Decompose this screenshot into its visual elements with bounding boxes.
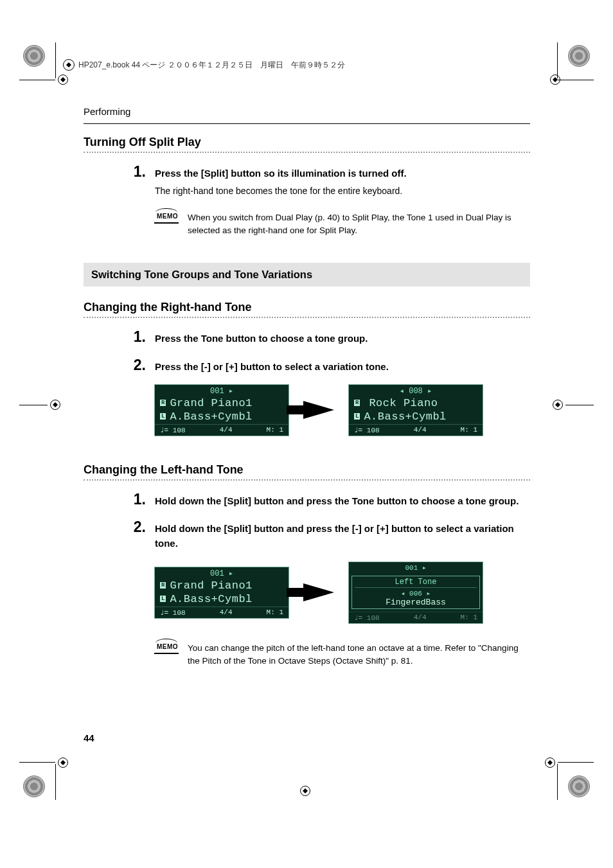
page-number: 44 — [84, 732, 94, 743]
lcd-popup: Left Tone ◂ 006 ▸ FingeredBass — [351, 576, 480, 609]
lcd-timesig: 4/4 — [414, 426, 427, 434]
step-item: 1. Press the [Split] button so its illum… — [132, 164, 530, 199]
arrow-right-icon — [303, 401, 334, 419]
dotted-divider — [84, 317, 530, 318]
memo-text: You can change the pitch of the left-han… — [188, 642, 530, 668]
crop-line — [557, 764, 558, 800]
step-text: Press the Tone button to choose a tone g… — [155, 331, 368, 346]
crop-line — [55, 42, 56, 78]
lcd-selector: 001 ▸ — [349, 562, 483, 573]
memo-text: When you switch from Dual Play (p. 40) t… — [188, 211, 530, 238]
lcd-screen-before: 001 ▸ RGrand Piano1 LA.Bass+Cymbl ♩= 108… — [154, 567, 289, 619]
print-header: HP207_e.book 44 ページ ２００６年１２月２５日 月曜日 午前９時… — [63, 59, 345, 71]
registration-mark-icon — [300, 786, 310, 796]
registration-mark-icon — [550, 75, 560, 85]
print-info-text: HP207_e.book 44 ページ ２００６年１２月２５日 月曜日 午前９時… — [78, 60, 345, 71]
step-item: 2. Press the [-] or [+] button to select… — [132, 358, 530, 374]
lcd-timesig: 4/4 — [220, 426, 233, 434]
lcd-comparison-row: 001 ▸ RGrand Piano1 LA.Bass+Cymbl ♩= 108… — [154, 384, 530, 436]
lcd-line-l: A.Bass+Cymbl — [170, 411, 252, 423]
dotted-divider — [84, 479, 530, 481]
registration-mark-icon — [545, 757, 555, 768]
lcd-measure: M: 1 — [461, 614, 477, 622]
page-content: Performing Turning Off Split Play 1. Pre… — [84, 106, 530, 680]
step-number: 1. — [132, 330, 146, 346]
lcd-line-r: Grand Piano1 — [170, 580, 252, 592]
crop-line — [19, 405, 48, 405]
print-corner-top-right — [568, 45, 590, 67]
lcd-line-r: Grand Piano1 — [170, 397, 252, 409]
heading-switching-tone-groups: Switching Tone Groups and Tone Variation… — [84, 263, 530, 287]
lcd-popup-selector: ◂ 006 ▸ — [355, 589, 477, 598]
lcd-measure: M: 1 — [267, 426, 283, 434]
registration-mark-icon — [50, 400, 60, 410]
registration-mark-icon — [553, 400, 563, 410]
lcd-popup-value: FingeredBass — [355, 598, 477, 607]
registration-mark-icon — [63, 59, 75, 71]
heading-changing-right-hand-tone: Changing the Right-hand Tone — [84, 301, 530, 314]
lcd-measure: M: 1 — [461, 426, 477, 434]
lcd-selector: ◂ 008 ▸ — [349, 385, 483, 397]
lcd-line-r: Rock Piano — [369, 397, 438, 409]
step-item: 2. Hold down the [Split] button and pres… — [132, 520, 530, 551]
step-number: 1. — [132, 164, 146, 199]
crop-line — [565, 405, 594, 405]
dotted-divider — [84, 152, 530, 153]
memo-block: MEMO You can change the pitch of the lef… — [154, 642, 530, 668]
lcd-tempo: ♩= 108 — [354, 426, 380, 434]
lcd-popup-title: Left Tone — [355, 578, 477, 588]
step-text: Press the [Split] button so its illumina… — [155, 166, 407, 181]
crop-line — [55, 764, 56, 800]
memo-block: MEMO When you switch from Dual Play (p. … — [154, 211, 530, 238]
lcd-screen-after: 001 ▸ Left Tone ◂ 006 ▸ FingeredBass ♩= … — [348, 562, 483, 624]
heading-turning-off-split-play: Turning Off Split Play — [84, 136, 530, 149]
crop-line — [558, 762, 594, 763]
crop-line — [558, 80, 594, 80]
step-number: 1. — [132, 492, 146, 508]
lcd-tag-r: R — [160, 400, 166, 406]
print-corner-bottom-right — [568, 775, 590, 797]
heading-changing-left-hand-tone: Changing the Left-hand Tone — [84, 463, 530, 477]
step-text: Hold down the [Split] button and press t… — [155, 493, 519, 508]
registration-mark-icon — [58, 75, 68, 85]
crop-line — [19, 762, 55, 763]
lcd-selector: 001 ▸ — [155, 385, 289, 397]
lcd-comparison-row: 001 ▸ RGrand Piano1 LA.Bass+Cymbl ♩= 108… — [154, 562, 530, 624]
divider — [84, 123, 530, 124]
print-corner-top-left — [23, 45, 45, 67]
step-item: 1. Press the Tone button to choose a ton… — [132, 330, 530, 346]
lcd-tempo: ♩= 108 — [354, 614, 380, 622]
lcd-tempo: ♩= 108 — [160, 426, 186, 434]
registration-mark-icon — [58, 757, 68, 768]
lcd-tag-r: R — [160, 582, 166, 589]
lcd-screen-after: ◂ 008 ▸ RRock Piano LA.Bass+Cymbl ♩= 108… — [348, 384, 483, 436]
lcd-timesig: 4/4 — [414, 614, 427, 622]
lcd-tag-l: L — [354, 413, 360, 420]
lcd-timesig: 4/4 — [220, 608, 233, 617]
arrow-right-icon — [303, 583, 334, 601]
step-text: Press the [-] or [+] button to select a … — [155, 359, 389, 374]
lcd-measure: M: 1 — [267, 608, 283, 617]
lcd-tag-r: R — [354, 400, 360, 406]
crop-line — [19, 80, 55, 80]
lcd-tag-l: L — [160, 413, 166, 420]
lcd-line-l: A.Bass+Cymbl — [364, 411, 446, 423]
memo-icon: MEMO — [154, 642, 179, 654]
lcd-tag-l: L — [160, 596, 166, 602]
step-number: 2. — [132, 358, 146, 374]
lcd-line-l: A.Bass+Cymbl — [170, 593, 252, 605]
section-label: Performing — [84, 106, 530, 117]
step-number: 2. — [132, 520, 146, 551]
step-text: Hold down the [Split] button and press t… — [155, 521, 530, 551]
lcd-screen-before: 001 ▸ RGrand Piano1 LA.Bass+Cymbl ♩= 108… — [154, 384, 289, 436]
print-corner-bottom-left — [23, 775, 45, 797]
memo-icon: MEMO — [154, 211, 179, 224]
crop-line — [557, 42, 558, 78]
lcd-tempo: ♩= 108 — [160, 608, 186, 617]
step-item: 1. Hold down the [Split] button and pres… — [132, 492, 530, 508]
step-subtext: The right-hand tone becomes the tone for… — [155, 184, 407, 199]
lcd-selector: 001 ▸ — [155, 567, 289, 580]
